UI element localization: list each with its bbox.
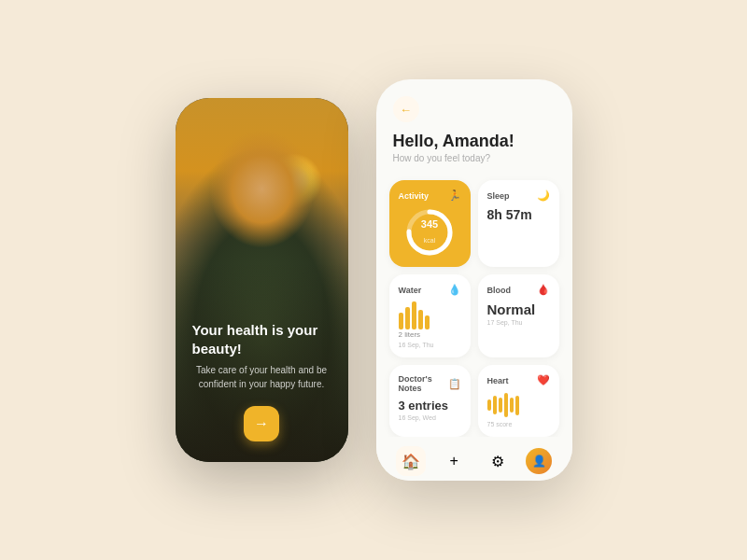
water-bars — [399, 301, 461, 329]
greeting-title: Hello, Amanda! — [393, 132, 556, 151]
home-icon: 🏠 — [402, 453, 420, 470]
activity-ring: 345 kcal — [404, 207, 455, 258]
activity-icon: 🏃 — [448, 189, 461, 202]
phone-left: Your health is your beauty! Take care of… — [176, 98, 348, 462]
plus-icon: + — [450, 453, 458, 469]
activity-card-header: Activity 🏃 — [399, 189, 461, 202]
heart-bar-4 — [504, 393, 508, 416]
water-bar-5 — [425, 315, 430, 329]
water-bar-4 — [418, 310, 423, 329]
water-bar-1 — [399, 313, 403, 329]
arrow-icon: → — [254, 415, 269, 432]
water-icon: 💧 — [448, 284, 461, 296]
blood-date: 17 Sep, Thu — [487, 319, 550, 326]
back-button[interactable]: ← — [393, 96, 419, 122]
activity-ring-container: 345 kcal — [399, 207, 461, 258]
phone-left-overlay: Your health is your beauty! Take care of… — [176, 262, 348, 463]
ring-text: 345 kcal — [421, 218, 438, 246]
sleep-card[interactable]: Sleep 🌙 8h 57m — [478, 180, 559, 267]
nav-add[interactable]: + — [439, 446, 469, 476]
sleep-label: Sleep — [487, 191, 510, 201]
heart-card[interactable]: Heart ❤️ 75 score — [478, 365, 559, 437]
heart-score: 75 score — [487, 421, 550, 427]
blood-status: Normal — [487, 301, 550, 317]
water-bar-3 — [412, 301, 416, 329]
heart-bars — [487, 392, 550, 418]
bottom-nav: 🏠 + ⚙ 👤 — [376, 437, 572, 481]
right-phone-header: ← Hello, Amanda! How do you feel today? — [376, 79, 572, 171]
nav-avatar[interactable]: 👤 — [526, 448, 552, 474]
phones-container: Your health is your beauty! Take care of… — [176, 79, 572, 481]
heart-icon: ❤️ — [537, 374, 550, 386]
cta-arrow-button[interactable]: → — [244, 406, 279, 441]
doctor-notes-card[interactable]: Doctor's Notes 📋 3 entries 16 Sep, Wed — [389, 365, 471, 437]
blood-label: Blood — [487, 286, 512, 295]
doctor-card-header: Doctor's Notes 📋 — [399, 374, 461, 393]
water-card-header: Water 💧 — [399, 284, 461, 296]
heart-bar-6 — [515, 396, 519, 415]
doctor-label: Doctor's Notes — [399, 374, 448, 393]
cards-grid: Activity 🏃 345 kcal — [376, 171, 572, 437]
left-title: Your health is your beauty! — [192, 321, 331, 357]
sleep-icon: 🌙 — [537, 189, 550, 202]
water-bar-2 — [405, 307, 410, 329]
doctor-icon: 📋 — [448, 378, 461, 390]
doctor-date: 16 Sep, Wed — [399, 414, 461, 421]
blood-card-header: Blood 🩸 — [487, 284, 550, 296]
heart-label: Heart — [487, 376, 509, 385]
heart-bar-2 — [493, 396, 497, 414]
heart-card-header: Heart ❤️ — [487, 374, 550, 386]
water-label: Water — [399, 286, 422, 295]
nav-settings[interactable]: ⚙ — [483, 446, 513, 476]
sleep-value: 8h 57m — [487, 207, 550, 222]
sliders-icon: ⚙ — [491, 453, 504, 470]
phone-right: ← Hello, Amanda! How do you feel today? … — [376, 79, 572, 481]
blood-icon: 🩸 — [537, 284, 550, 296]
activity-value: 345 — [421, 218, 438, 230]
blood-card[interactable]: Blood 🩸 Normal 17 Sep, Thu — [478, 274, 559, 357]
heart-bar-3 — [499, 398, 502, 412]
water-card[interactable]: Water 💧 2 liters 16 Sep, Thu — [389, 274, 471, 357]
greeting-block: Hello, Amanda! How do you feel today? — [393, 132, 556, 163]
left-subtitle: Take care of your health and be confiden… — [192, 363, 331, 391]
sleep-card-header: Sleep 🌙 — [487, 189, 550, 202]
water-date: 16 Sep, Thu — [399, 342, 461, 348]
activity-label: Activity — [399, 191, 430, 201]
doctor-entries: 3 entries — [399, 399, 461, 413]
avatar-icon: 👤 — [532, 455, 546, 468]
nav-home[interactable]: 🏠 — [396, 446, 426, 476]
activity-card[interactable]: Activity 🏃 345 kcal — [389, 180, 471, 267]
back-icon: ← — [400, 103, 412, 117]
greeting-subtitle: How do you feel today? — [393, 153, 556, 163]
activity-unit: kcal — [424, 237, 435, 244]
heart-bar-5 — [510, 398, 514, 413]
water-amount: 2 liters — [399, 330, 461, 339]
heart-bar-1 — [487, 399, 491, 410]
